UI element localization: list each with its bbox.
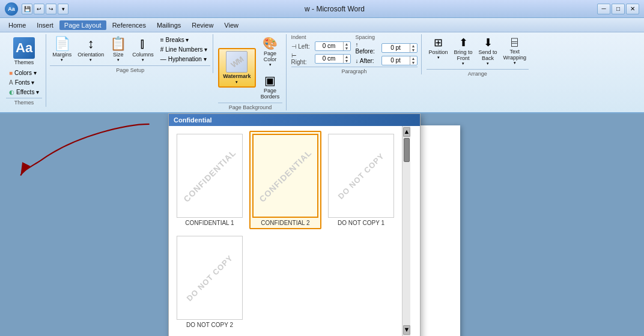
dropdown-body: CONFIDENTIAL CONFIDENTIAL 1 CONFIDENTIAL… <box>169 126 420 336</box>
margins-button[interactable]: 📄 Margins ▾ <box>50 34 74 64</box>
themes-button[interactable]: Aa Themes <box>11 35 37 67</box>
minimize-btn[interactable]: ─ <box>597 4 610 14</box>
size-button[interactable]: 📋 Size ▾ <box>108 34 129 64</box>
spacing-before-spinner[interactable]: 0 pt ▲▼ <box>381 43 418 53</box>
scroll-down-btn[interactable]: ▼ <box>403 325 410 335</box>
close-btn[interactable]: ✕ <box>626 4 639 14</box>
watermark-donotcopy2[interactable]: DO NOT COPY DO NOT COPY 2 <box>174 233 246 331</box>
paragraph-label: Paragraph <box>291 67 418 74</box>
window-title: w - Microsoft Word <box>72 5 597 13</box>
arrange-group: ⊞ Position ▾ ⬆ Bring to Front ▾ ⬇ Send t… <box>423 34 532 77</box>
orientation-button[interactable]: ↕ Orientation ▾ <box>75 34 106 64</box>
indent-right-spinner[interactable]: 0 cm ▲▼ <box>315 54 351 64</box>
hyphenation-button[interactable]: — Hyphenation ▾ <box>157 55 211 64</box>
themes-icon: Aa <box>13 37 35 59</box>
text-wrapping-button[interactable]: ⌸ Text Wrapping ▾ <box>501 34 529 68</box>
watermark-confidential1[interactable]: CONFIDENTIAL CONFIDENTIAL 1 <box>174 131 246 229</box>
main-area: arsip kepega... Itulah cara m... el juga… <box>0 113 644 336</box>
redo-btn[interactable]: ↪ <box>46 4 56 14</box>
indent-left-spinner[interactable]: 0 cm ▲▼ <box>315 41 351 51</box>
themes-label: Themes <box>14 59 34 65</box>
scroll-up-btn[interactable]: ▲ <box>403 127 410 137</box>
app-logo: Aa <box>5 2 18 16</box>
page-color-button[interactable]: 🎨 Page Color ▾ <box>258 34 282 69</box>
page-background-group: WM Watermark ▾ 🎨 Page Color ▾ ▣ Page <box>214 34 286 110</box>
menu-insert[interactable]: Insert <box>32 20 58 30</box>
quick-access-toolbar: 💾 ↩ ↪ ▾ <box>22 4 68 14</box>
spacing-section: Spacing ↑ Before: 0 pt ▲▼ ↓ After: 0 pt … <box>356 34 418 65</box>
title-bar: Aa 💾 ↩ ↪ ▾ w - Microsoft Word ─ □ ✕ <box>0 0 644 18</box>
watermark-dropdown: Confidential CONFIDENTIAL CONFIDENTIAL 1… <box>168 113 421 336</box>
watermark-grid: CONFIDENTIAL CONFIDENTIAL 1 CONFIDENTIAL… <box>169 126 402 336</box>
menu-mailings[interactable]: Mailings <box>152 20 186 30</box>
colors-button[interactable]: ■ Colors ▾ <box>6 68 42 77</box>
send-to-back-button[interactable]: ⬇ Send to Back ▾ <box>476 34 500 68</box>
page-borders-button[interactable]: ▣ Page Borders <box>258 71 282 101</box>
page-setup-label: Page Setup <box>50 65 210 73</box>
paragraph-group: Indent ⊣ Left: 0 cm ▲▼ ⊢ Right: 0 cm ▲▼ <box>288 34 422 74</box>
page-background-label: Page Background <box>218 103 282 110</box>
themes-group: Aa Themes ■ Colors ▾ A Fonts ▾ ◐ Effects… <box>2 34 46 107</box>
watermark-button[interactable]: WM Watermark ▾ <box>218 48 255 88</box>
save-btn[interactable]: 💾 <box>22 4 32 14</box>
spacing-after-spinner[interactable]: 0 pt ▲▼ <box>381 56 418 65</box>
maximize-btn[interactable]: □ <box>612 4 625 14</box>
arrange-label: Arrange <box>427 69 529 77</box>
watermark-scrollbar[interactable]: ▲ ▼ <box>402 126 410 336</box>
watermark-confidential2[interactable]: CONFIDENTIAL CONFIDENTIAL 2 <box>249 131 321 229</box>
watermark-donotcopy1[interactable]: DO NOT COPY DO NOT COPY 1 <box>325 131 397 229</box>
page-setup-group: 📄 Margins ▾ ↕ Orientation ▾ 📋 Size ▾ ⫿ C… <box>47 34 213 73</box>
themes-group-label: Themes <box>6 98 42 106</box>
undo-btn[interactable]: ↩ <box>34 4 44 14</box>
bring-to-front-button[interactable]: ⬆ Bring to Front ▾ <box>452 34 475 68</box>
fonts-button[interactable]: A Fonts ▾ <box>6 78 42 87</box>
window-controls: ─ □ ✕ <box>597 4 639 14</box>
menu-view[interactable]: View <box>219 20 243 30</box>
more-btn[interactable]: ▾ <box>58 4 68 14</box>
menu-bar: Home Insert Page Layout References Maili… <box>0 18 644 32</box>
scroll-thumb[interactable] <box>404 138 410 162</box>
breaks-button[interactable]: ≡ Breaks ▾ <box>157 35 211 44</box>
menu-references[interactable]: References <box>108 20 151 30</box>
effects-button[interactable]: ◐ Effects ▾ <box>6 88 42 97</box>
menu-page-layout[interactable]: Page Layout <box>59 20 106 30</box>
columns-button[interactable]: ⫿ Columns ▾ <box>130 34 156 64</box>
ribbon-content: Aa Themes ■ Colors ▾ A Fonts ▾ ◐ Effects… <box>0 32 644 112</box>
watermark-icon: WM <box>226 51 248 73</box>
line-numbers-button[interactable]: # Line Numbers ▾ <box>157 45 211 54</box>
menu-home[interactable]: Home <box>4 20 31 30</box>
ribbon: Aa Themes ■ Colors ▾ A Fonts ▾ ◐ Effects… <box>0 32 644 113</box>
position-button[interactable]: ⊞ Position ▾ <box>427 34 451 68</box>
dropdown-header: Confidential <box>169 114 420 126</box>
indent-section: Indent ⊣ Left: 0 cm ▲▼ ⊢ Right: 0 cm ▲▼ <box>291 34 351 65</box>
menu-review[interactable]: Review <box>187 20 218 30</box>
